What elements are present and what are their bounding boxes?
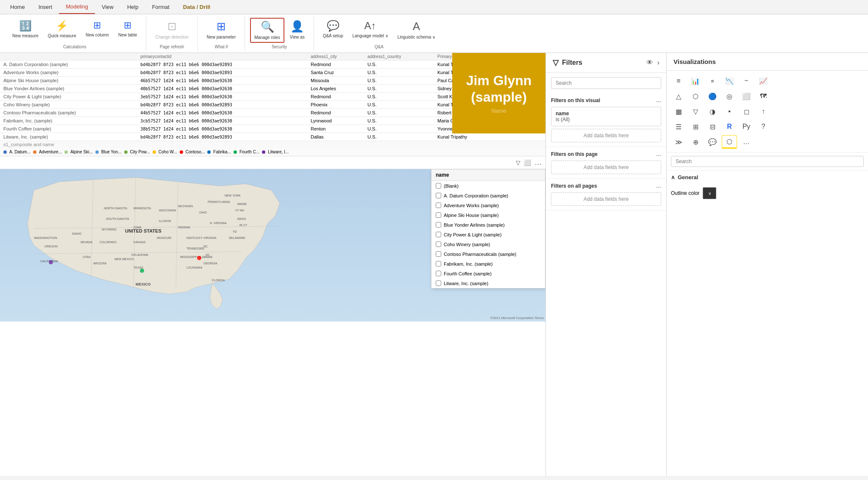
dropdown-checkbox[interactable] xyxy=(436,183,441,189)
svg-point-49 xyxy=(140,269,144,273)
viz-map[interactable]: 🗺 xyxy=(756,89,771,103)
filters-on-page-dots[interactable]: … xyxy=(656,151,661,157)
table-row: Litware, Inc. (sample)bd4b28f7 8f23 ec11… xyxy=(0,133,545,141)
dropdown-item[interactable]: City Power & Light (sample) xyxy=(431,230,545,239)
eye-icon[interactable]: 👁 xyxy=(646,59,653,67)
dropdown-checkbox[interactable] xyxy=(436,203,441,208)
dropdown-checkbox[interactable] xyxy=(436,261,441,266)
dropdown-item[interactable]: Coho Winery (sample) xyxy=(431,239,545,249)
new-measure-button[interactable]: 🔢 New measure xyxy=(8,18,42,41)
viz-gauge[interactable]: ◑ xyxy=(705,105,720,118)
more-options-icon[interactable]: … xyxy=(534,158,542,167)
tab-home[interactable]: Home xyxy=(3,0,32,14)
filter-search-input[interactable] xyxy=(551,77,661,89)
language-model-button[interactable]: A↑ Language model ∨ xyxy=(348,18,392,41)
viz-matrix[interactable]: ⊟ xyxy=(705,120,720,133)
dropdown-item[interactable]: Fabrikam, Inc. (sample) xyxy=(431,259,545,269)
dropdown-item[interactable]: Contoso Pharmaceuticals (sample) xyxy=(431,249,545,259)
qa-setup-button[interactable]: 💬 Q&A setup xyxy=(319,18,347,41)
tab-view[interactable]: View xyxy=(95,0,120,14)
viz-python[interactable]: Py xyxy=(739,120,754,133)
dropdown-checkbox[interactable] xyxy=(436,251,441,257)
tab-insert[interactable]: Insert xyxy=(32,0,59,14)
filter-name-field[interactable]: name is (All) xyxy=(551,107,661,126)
name-card: Jim Glynn(sample) Name xyxy=(452,53,545,133)
new-table-button[interactable]: ⊞ New table xyxy=(114,18,141,40)
viz-slicer[interactable]: ☰ xyxy=(671,120,686,133)
dropdown-checkbox[interactable] xyxy=(436,280,441,286)
tab-format[interactable]: Format xyxy=(145,0,176,14)
dropdown-item[interactable]: Alpine Ski House (sample) xyxy=(431,210,545,220)
filters-title-text: Filters xyxy=(562,59,582,67)
viz-bar-chart[interactable]: 📊 xyxy=(688,74,703,88)
viz-filled-map[interactable]: ▦ xyxy=(671,105,686,118)
dropdown-item[interactable]: A. Datum Corporation (sample) xyxy=(431,191,545,200)
viz-treemap[interactable]: ⬜ xyxy=(739,89,754,103)
legend-dot xyxy=(153,150,156,154)
dropdown-item[interactable]: Adventure Works (sample) xyxy=(431,200,545,210)
viz-ribbon[interactable]: △ xyxy=(671,89,686,103)
viz-narration[interactable]: 💬 xyxy=(705,135,720,149)
tab-modeling[interactable]: Modeling xyxy=(59,0,95,14)
viz-pie[interactable]: 🔵 xyxy=(705,89,720,103)
viz-scatter[interactable]: ⬡ xyxy=(688,89,703,103)
tab-data-drill[interactable]: Data / Drill xyxy=(176,0,217,14)
viz-donut[interactable]: ◎ xyxy=(722,89,737,103)
svg-text:RI CT: RI CT xyxy=(239,224,248,227)
filter-add-all-pages[interactable]: Add data fields here xyxy=(551,192,661,206)
filter-funnel-icon: ▽ xyxy=(553,58,559,67)
new-parameter-button[interactable]: ⊞ New parameter xyxy=(203,18,239,42)
tab-help[interactable]: Help xyxy=(120,0,145,14)
dropdown-checkbox[interactable] xyxy=(436,193,441,198)
viz-more[interactable]: … xyxy=(739,135,754,149)
quick-measure-button[interactable]: ⚡ Quick measure xyxy=(44,18,80,41)
dropdown-checkbox[interactable] xyxy=(436,241,441,247)
viz-key-influencer[interactable]: ⊕ xyxy=(688,135,703,149)
outline-color-swatch[interactable]: ∨ xyxy=(703,187,716,199)
manage-roles-button[interactable]: 🔍 Manage roles xyxy=(250,18,284,43)
dropdown-checkbox[interactable] xyxy=(436,212,441,218)
dropdown-item[interactable]: Fourth Coffee (sample) xyxy=(431,269,545,278)
expand-icon[interactable]: ⬜ xyxy=(524,159,531,166)
legend-dot xyxy=(207,150,211,154)
linguistic-icon: A xyxy=(413,20,420,33)
viz-decomp[interactable]: ≫ xyxy=(671,135,686,149)
viz-stacked-bar[interactable]: ≡ xyxy=(671,74,686,88)
viz-multi-card[interactable]: ◻ xyxy=(739,105,754,118)
viz-general-section: ∧ General xyxy=(667,171,868,187)
filter-icon[interactable]: ▽ xyxy=(516,159,520,166)
viz-r-visual[interactable]: R xyxy=(722,120,737,133)
viz-general-title[interactable]: ∧ General xyxy=(671,174,864,180)
viz-qa[interactable]: ? xyxy=(756,120,771,133)
viz-line[interactable]: ~ xyxy=(739,74,754,88)
map-visual: UNITED STATES WASHINGTON OREGON CALIFORN… xyxy=(0,169,545,322)
chevron-right-icon[interactable]: › xyxy=(657,59,659,67)
contact-cell: Kunal Tripathy xyxy=(434,133,545,141)
viz-table[interactable]: ⊞ xyxy=(688,120,703,133)
viz-search-input[interactable] xyxy=(671,156,864,167)
dropdown-checkbox[interactable] xyxy=(436,232,441,237)
viz-horizontal-bar[interactable]: ≡ xyxy=(705,74,720,88)
filters-all-pages-dots[interactable]: … xyxy=(656,183,661,189)
viz-funnel[interactable]: ▽ xyxy=(688,105,703,118)
viz-card[interactable]: ▪ xyxy=(722,105,737,118)
dropdown-item[interactable]: Litware, Inc. (sample) xyxy=(431,278,545,288)
col-empty xyxy=(0,53,137,61)
viz-kpi[interactable]: ↑ xyxy=(756,105,771,118)
dropdown-item[interactable]: Blue Yonder Airlines (sample) xyxy=(431,220,545,230)
view-as-button[interactable]: 👤 View as xyxy=(286,18,309,42)
qa-label: Q&A xyxy=(375,44,384,49)
dropdown-item[interactable]: (Blank) xyxy=(431,181,545,191)
change-detection-button[interactable]: ⊡ Change detection xyxy=(151,18,192,42)
viz-area[interactable]: 📈 xyxy=(756,74,771,88)
viz-line-bar[interactable]: 📉 xyxy=(722,74,737,88)
what-if-label: What if xyxy=(214,44,228,49)
filters-on-visual-dots[interactable]: … xyxy=(656,97,661,103)
new-column-button[interactable]: ⊞ New column xyxy=(82,18,113,40)
filter-add-page[interactable]: Add data fields here xyxy=(551,161,661,174)
filter-add-visual[interactable]: Add data fields here xyxy=(551,129,661,142)
dropdown-checkbox[interactable] xyxy=(436,271,441,276)
linguistic-schema-button[interactable]: A Linguistic schema ∨ xyxy=(394,18,439,42)
viz-shape-map[interactable]: ⬡ xyxy=(722,135,737,149)
dropdown-checkbox[interactable] xyxy=(436,222,441,228)
